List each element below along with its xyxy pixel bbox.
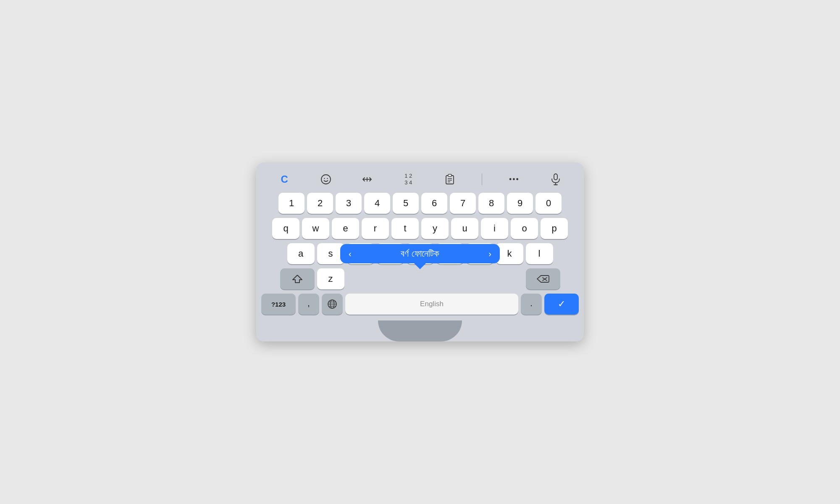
keyboard-container: C 1 23 4 [256,163,584,341]
number-row: 1 2 3 4 5 6 7 8 9 0 [261,193,579,214]
key-a[interactable]: a [287,243,315,264]
svg-rect-6 [448,174,452,176]
numbers-toggle-key[interactable]: ?123 [261,294,296,315]
key-k[interactable]: k [496,243,523,264]
key-8[interactable]: 8 [478,193,504,214]
comma-key[interactable]: , [298,294,319,315]
key-5[interactable]: 5 [393,193,419,214]
bengali-popup[interactable]: ‹ বর্ণ ফোনেটিক › [340,244,500,263]
key-z[interactable]: z [317,268,344,289]
key-p[interactable]: p [541,218,568,239]
key-q[interactable]: q [272,218,299,239]
numbers-format-button[interactable]: 1 23 4 [399,170,417,189]
toolbar-divider [482,173,482,185]
keys-area: 1 2 3 4 5 6 7 8 9 0 q w e r t y u i o p … [260,193,580,320]
clipboard-button[interactable] [441,170,459,189]
key-9[interactable]: 9 [507,193,533,214]
svg-rect-10 [554,174,557,180]
backspace-key[interactable] [526,268,560,289]
key-3[interactable]: 3 [336,193,362,214]
key-t[interactable]: t [391,218,419,239]
key-w[interactable]: w [302,218,329,239]
key-0[interactable]: 0 [536,193,562,214]
key-e[interactable]: e [332,218,359,239]
key-1[interactable]: 1 [278,193,304,214]
popup-right-arrow[interactable]: › [488,249,491,259]
cursor-button[interactable] [358,170,376,189]
shift-key[interactable] [280,268,315,289]
key-i[interactable]: i [481,218,508,239]
key-4[interactable]: 4 [364,193,390,214]
enter-key[interactable]: ✓ [544,294,579,315]
svg-point-0 [321,175,331,184]
key-2[interactable]: 2 [307,193,333,214]
globe-key[interactable] [322,294,343,315]
keyboard-toolbar: C 1 23 4 [260,168,580,193]
emoji-button[interactable] [317,170,335,189]
qwerty-row: q w e r t y u i o p [261,218,579,239]
key-l[interactable]: l [526,243,553,264]
key-y[interactable]: y [421,218,449,239]
key-6[interactable]: 6 [421,193,447,214]
more-button[interactable]: ••• [505,170,523,189]
key-o[interactable]: o [511,218,538,239]
bengali-popup-text: বর্ণ ফোনেটিক [360,248,480,259]
bottom-row: ?123 , English . ✓ [261,294,579,315]
key-u[interactable]: u [451,218,478,239]
period-key[interactable]: . [521,294,542,315]
popup-left-arrow[interactable]: ‹ [349,249,352,259]
svg-point-1 [324,178,325,179]
mic-button[interactable] [546,170,565,189]
c-button[interactable]: C [275,170,294,189]
svg-point-2 [327,178,328,179]
space-key[interactable]: English [345,294,518,315]
key-7[interactable]: 7 [450,193,476,214]
zxcv-row: z ‹ বর্ণ ফোনেটিক › x c v b n m [261,268,579,289]
svg-rect-5 [446,176,454,184]
key-r[interactable]: r [362,218,389,239]
